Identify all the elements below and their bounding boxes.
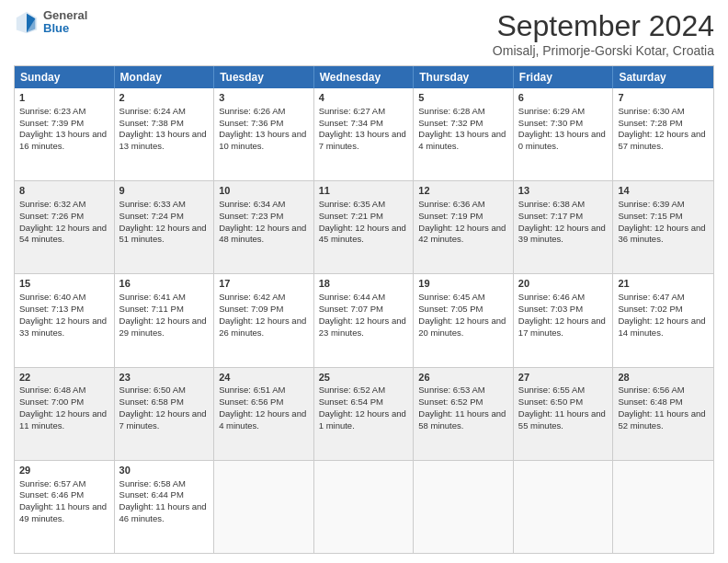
cal-cell: 9Sunrise: 6:33 AMSunset: 7:24 PMDaylight… bbox=[115, 181, 215, 273]
day-number: 20 bbox=[518, 277, 609, 291]
day-number: 7 bbox=[618, 91, 709, 105]
day-number: 18 bbox=[319, 277, 409, 291]
day-info: Sunrise: 6:26 AMSunset: 7:36 PMDaylight:… bbox=[219, 106, 306, 151]
cal-cell: 18Sunrise: 6:44 AMSunset: 7:07 PMDayligh… bbox=[314, 274, 415, 366]
cal-cell: 2Sunrise: 6:24 AMSunset: 7:38 PMDaylight… bbox=[115, 88, 215, 180]
day-info: Sunrise: 6:34 AMSunset: 7:23 PMDaylight:… bbox=[219, 199, 306, 244]
day-info: Sunrise: 6:32 AMSunset: 7:26 PMDaylight:… bbox=[19, 199, 107, 244]
day-info: Sunrise: 6:23 AMSunset: 7:39 PMDaylight:… bbox=[19, 106, 107, 151]
cal-cell: 22Sunrise: 6:48 AMSunset: 7:00 PMDayligh… bbox=[15, 368, 115, 460]
day-info: Sunrise: 6:48 AMSunset: 7:00 PMDaylight:… bbox=[19, 385, 107, 430]
day-number: 30 bbox=[119, 464, 210, 477]
cal-cell: 6Sunrise: 6:29 AMSunset: 7:30 PMDaylight… bbox=[514, 88, 614, 180]
day-info: Sunrise: 6:52 AMSunset: 6:54 PMDaylight:… bbox=[319, 385, 406, 430]
day-number: 2 bbox=[119, 91, 210, 105]
day-number: 5 bbox=[418, 91, 508, 105]
cal-cell: 10Sunrise: 6:34 AMSunset: 7:23 PMDayligh… bbox=[214, 181, 314, 273]
day-info: Sunrise: 6:51 AMSunset: 6:56 PMDaylight:… bbox=[219, 385, 306, 430]
day-info: Sunrise: 6:58 AMSunset: 6:44 PMDaylight:… bbox=[119, 478, 207, 523]
calendar-subtitle: Omisalj, Primorje-Gorski Kotar, Croatia bbox=[493, 43, 714, 58]
cal-cell bbox=[314, 461, 415, 553]
day-info: Sunrise: 6:33 AMSunset: 7:24 PMDaylight:… bbox=[119, 199, 207, 244]
cal-cell: 29Sunrise: 6:57 AMSunset: 6:46 PMDayligh… bbox=[15, 461, 115, 553]
day-number: 15 bbox=[19, 277, 109, 291]
cal-cell bbox=[214, 461, 314, 553]
day-number: 16 bbox=[119, 277, 210, 291]
day-number: 8 bbox=[19, 184, 109, 198]
day-number: 21 bbox=[618, 277, 709, 291]
day-info: Sunrise: 6:57 AMSunset: 6:46 PMDaylight:… bbox=[19, 478, 107, 523]
cal-row-4: 22Sunrise: 6:48 AMSunset: 7:00 PMDayligh… bbox=[15, 368, 713, 461]
logo-icon bbox=[14, 9, 40, 35]
calendar-header-row: SundayMondayTuesdayWednesdayThursdayFrid… bbox=[15, 66, 713, 88]
cal-header-sunday: Sunday bbox=[15, 66, 115, 88]
title-block: September 2024 Omisalj, Primorje-Gorski … bbox=[493, 9, 714, 58]
day-number: 26 bbox=[418, 371, 508, 385]
day-info: Sunrise: 6:28 AMSunset: 7:32 PMDaylight:… bbox=[418, 106, 506, 151]
cal-cell: 11Sunrise: 6:35 AMSunset: 7:21 PMDayligh… bbox=[314, 181, 415, 273]
cal-cell: 5Sunrise: 6:28 AMSunset: 7:32 PMDaylight… bbox=[414, 88, 514, 180]
day-number: 6 bbox=[518, 91, 609, 105]
day-info: Sunrise: 6:47 AMSunset: 7:02 PMDaylight:… bbox=[618, 292, 705, 337]
calendar-title: September 2024 bbox=[493, 9, 714, 43]
day-info: Sunrise: 6:53 AMSunset: 6:52 PMDaylight:… bbox=[418, 385, 506, 430]
day-number: 1 bbox=[19, 91, 109, 105]
day-number: 13 bbox=[518, 184, 609, 198]
logo: General Blue bbox=[14, 9, 87, 36]
cal-cell: 28Sunrise: 6:56 AMSunset: 6:48 PMDayligh… bbox=[613, 368, 713, 460]
day-info: Sunrise: 6:42 AMSunset: 7:09 PMDaylight:… bbox=[219, 292, 306, 337]
cal-cell: 4Sunrise: 6:27 AMSunset: 7:34 PMDaylight… bbox=[314, 88, 415, 180]
cal-cell: 12Sunrise: 6:36 AMSunset: 7:19 PMDayligh… bbox=[414, 181, 514, 273]
day-number: 4 bbox=[319, 91, 409, 105]
day-info: Sunrise: 6:39 AMSunset: 7:15 PMDaylight:… bbox=[618, 199, 705, 244]
cal-header-saturday: Saturday bbox=[613, 66, 713, 88]
cal-row-5: 29Sunrise: 6:57 AMSunset: 6:46 PMDayligh… bbox=[15, 461, 713, 553]
header: General Blue September 2024 Omisalj, Pri… bbox=[14, 9, 714, 58]
day-number: 27 bbox=[518, 371, 609, 385]
day-number: 10 bbox=[219, 184, 309, 198]
day-info: Sunrise: 6:38 AMSunset: 7:17 PMDaylight:… bbox=[518, 199, 606, 244]
day-info: Sunrise: 6:56 AMSunset: 6:48 PMDaylight:… bbox=[618, 385, 705, 430]
cal-cell: 30Sunrise: 6:58 AMSunset: 6:44 PMDayligh… bbox=[115, 461, 215, 553]
day-number: 12 bbox=[418, 184, 508, 198]
cal-cell: 26Sunrise: 6:53 AMSunset: 6:52 PMDayligh… bbox=[414, 368, 514, 460]
cal-cell: 16Sunrise: 6:41 AMSunset: 7:11 PMDayligh… bbox=[115, 274, 215, 366]
cal-cell: 25Sunrise: 6:52 AMSunset: 6:54 PMDayligh… bbox=[314, 368, 415, 460]
cal-cell: 8Sunrise: 6:32 AMSunset: 7:26 PMDaylight… bbox=[15, 181, 115, 273]
day-info: Sunrise: 6:50 AMSunset: 6:58 PMDaylight:… bbox=[119, 385, 207, 430]
day-info: Sunrise: 6:45 AMSunset: 7:05 PMDaylight:… bbox=[418, 292, 506, 337]
logo-text: General Blue bbox=[43, 9, 87, 36]
day-number: 19 bbox=[418, 277, 508, 291]
day-info: Sunrise: 6:41 AMSunset: 7:11 PMDaylight:… bbox=[119, 292, 207, 337]
day-number: 25 bbox=[319, 371, 409, 385]
cal-cell: 1Sunrise: 6:23 AMSunset: 7:39 PMDaylight… bbox=[15, 88, 115, 180]
day-info: Sunrise: 6:24 AMSunset: 7:38 PMDaylight:… bbox=[119, 106, 207, 151]
day-info: Sunrise: 6:35 AMSunset: 7:21 PMDaylight:… bbox=[319, 199, 406, 244]
day-number: 22 bbox=[19, 371, 109, 385]
cal-cell: 3Sunrise: 6:26 AMSunset: 7:36 PMDaylight… bbox=[214, 88, 314, 180]
day-info: Sunrise: 6:44 AMSunset: 7:07 PMDaylight:… bbox=[319, 292, 406, 337]
day-number: 17 bbox=[219, 277, 309, 291]
day-info: Sunrise: 6:30 AMSunset: 7:28 PMDaylight:… bbox=[618, 106, 705, 151]
cal-row-1: 1Sunrise: 6:23 AMSunset: 7:39 PMDaylight… bbox=[15, 88, 713, 181]
logo-line1: General bbox=[43, 9, 87, 22]
day-info: Sunrise: 6:40 AMSunset: 7:13 PMDaylight:… bbox=[19, 292, 107, 337]
cal-cell: 27Sunrise: 6:55 AMSunset: 6:50 PMDayligh… bbox=[514, 368, 614, 460]
day-number: 3 bbox=[219, 91, 309, 105]
cal-cell: 19Sunrise: 6:45 AMSunset: 7:05 PMDayligh… bbox=[414, 274, 514, 366]
day-number: 24 bbox=[219, 371, 309, 385]
cal-cell: 13Sunrise: 6:38 AMSunset: 7:17 PMDayligh… bbox=[514, 181, 614, 273]
cal-header-thursday: Thursday bbox=[414, 66, 514, 88]
cal-cell: 15Sunrise: 6:40 AMSunset: 7:13 PMDayligh… bbox=[15, 274, 115, 366]
logo-line2: Blue bbox=[43, 22, 87, 35]
day-number: 14 bbox=[618, 184, 709, 198]
cal-cell bbox=[514, 461, 614, 553]
day-number: 28 bbox=[618, 371, 709, 385]
cal-cell bbox=[613, 461, 713, 553]
cal-header-wednesday: Wednesday bbox=[314, 66, 415, 88]
day-info: Sunrise: 6:29 AMSunset: 7:30 PMDaylight:… bbox=[518, 106, 606, 151]
cal-cell: 7Sunrise: 6:30 AMSunset: 7:28 PMDaylight… bbox=[613, 88, 713, 180]
day-number: 29 bbox=[19, 464, 109, 477]
day-info: Sunrise: 6:36 AMSunset: 7:19 PMDaylight:… bbox=[418, 199, 506, 244]
day-number: 23 bbox=[119, 371, 210, 385]
